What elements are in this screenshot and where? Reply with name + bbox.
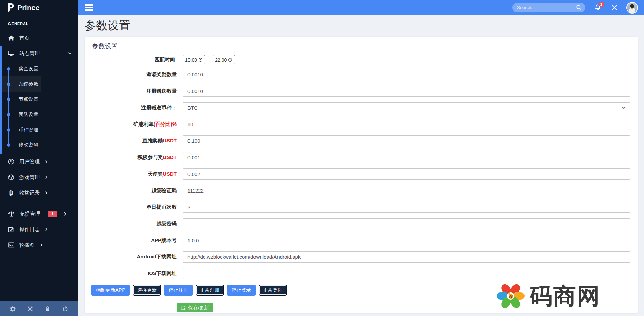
select-chevron-down-icon [622, 107, 626, 109]
sidebar-item-label: 操作日志 [19, 226, 40, 233]
match-time-start-input[interactable]: 10:00 [183, 55, 205, 64]
sidebar-item-game-management[interactable]: 游戏管理 [0, 170, 78, 185]
sidebar-item-operation-logs[interactable]: 操作日志 [0, 222, 78, 237]
power-icon[interactable] [62, 306, 68, 312]
register-coin-select[interactable]: BTC [183, 102, 630, 113]
active-participation-input[interactable] [183, 152, 630, 163]
save-floppy-icon [181, 305, 186, 310]
sidebar-item-label: 站点管理 [19, 50, 40, 57]
chevron-right-icon [45, 160, 48, 163]
direct-reward-input[interactable] [183, 135, 630, 146]
field-label: 矿池利率(百分比)% [91, 121, 183, 128]
save-update-button[interactable]: 保存/更新 [177, 303, 213, 312]
sidebar-item-user-management[interactable]: 用户管理 [0, 154, 78, 170]
scales-icon [8, 211, 15, 217]
notification-badge: 1 [599, 2, 604, 7]
sidebar-group-site-management: 站点管理 奖金设置 系统参数 节点设置 [0, 46, 78, 154]
register-bonus-input[interactable] [183, 86, 630, 97]
sidebar-item-home[interactable]: 首页 [0, 30, 78, 46]
ios-url-input[interactable] [183, 268, 630, 279]
menu-toggle-button[interactable] [85, 4, 93, 11]
form-row-super-captcha: 超级验证码 [91, 185, 631, 196]
sidebar-subitem-label: 奖金设置 [19, 66, 38, 72]
pool-rate-input[interactable] [183, 119, 630, 130]
brand-logo[interactable]: Prince [0, 0, 78, 15]
sidebar-subitem-change-password[interactable]: 修改密码 [2, 137, 78, 153]
field-label: 邀请奖励数量 [91, 71, 183, 78]
clock-icon [228, 58, 232, 62]
daily-withdraw-count-input[interactable] [183, 202, 630, 213]
android-url-input[interactable] [183, 251, 630, 263]
save-row: 保存/更新 [177, 303, 631, 312]
site-submenu: 奖金设置 系统参数 节点设置 团队设置 币种管理 [2, 61, 78, 154]
chevron-right-icon [45, 228, 48, 231]
stop-register-button[interactable]: 停止注册 [164, 285, 193, 296]
svg-text:B: B [9, 190, 13, 196]
sidebar-item-income-records[interactable]: B 收益记录 [0, 185, 78, 201]
bitcoin-icon: B [8, 190, 14, 196]
sidebar-item-site-management[interactable]: 站点管理 [2, 46, 78, 61]
topbar: 1 [78, 0, 644, 15]
field-label: 直推奖励USDT [91, 138, 183, 144]
bullet-dot-icon [7, 128, 10, 132]
chevron-right-icon [45, 176, 48, 179]
fullscreen-button[interactable] [611, 4, 618, 11]
bullet-dot-icon [7, 143, 10, 147]
sidebar-subitem-label: 修改密码 [19, 142, 38, 148]
search-input[interactable] [512, 3, 585, 12]
stop-login-button[interactable]: 停止登录 [227, 285, 256, 296]
field-label: APP版本号 [91, 237, 183, 244]
super-password-input[interactable] [183, 218, 630, 229]
form-row-match-time: 匹配时间: 10:00 ~ 22:00 [91, 55, 631, 64]
expand-arrows-icon [611, 4, 618, 11]
sidebar-subitem-label: 节点设置 [19, 96, 38, 103]
bullet-dot-icon [7, 98, 10, 101]
angel-reward-input[interactable] [183, 168, 630, 180]
notifications-button[interactable]: 1 [594, 4, 601, 11]
sidebar-subitem-coin-management[interactable]: 币种管理 [2, 122, 78, 137]
chevron-right-icon [40, 243, 43, 247]
bullet-dot-icon [7, 83, 10, 86]
sidebar-item-label: 收益记录 [19, 190, 40, 196]
sidebar-subitem-node-settings[interactable]: 节点设置 [2, 92, 78, 107]
edit-icon [8, 226, 14, 232]
bullet-dot-icon [7, 67, 10, 71]
settings-gear-icon[interactable] [10, 306, 16, 312]
normal-login-button[interactable]: 正常登陆 [259, 285, 287, 296]
sidebar-spacer [0, 201, 78, 206]
prince-logo-icon [7, 3, 14, 13]
invite-reward-input[interactable] [183, 69, 630, 80]
sidebar-subitem-label: 团队设置 [19, 111, 38, 118]
card-title: 参数设置 [92, 42, 631, 51]
field-label: Android下载网址 [91, 254, 183, 260]
search-icon[interactable] [576, 5, 582, 10]
sidebar-item-label: 轮播图 [19, 242, 35, 248]
search-box [512, 3, 585, 12]
choose-update-button[interactable]: 选择更新 [133, 285, 161, 296]
sidebar-item-deposit-withdraw[interactable]: 充提管理 1 [0, 206, 78, 222]
app-version-input[interactable] [183, 235, 630, 246]
sidebar-item-label: 充提管理 [20, 211, 40, 217]
clock-icon [198, 58, 203, 62]
sidebar-subitem-system-params[interactable]: 系统参数 [2, 76, 78, 92]
sidebar-item-carousel[interactable]: 轮播图 [0, 237, 78, 253]
match-time-end-input[interactable]: 22:00 [213, 55, 235, 64]
force-update-app-button[interactable]: 强制更新APP [91, 285, 130, 296]
super-captcha-input[interactable] [183, 185, 630, 196]
sidebar-subitem-bonus-settings[interactable]: 奖金设置 [2, 61, 78, 76]
notification-badge: 1 [48, 211, 57, 217]
lock-icon[interactable] [45, 306, 50, 312]
normal-register-button[interactable]: 正常注册 [196, 285, 224, 296]
field-label: 注册赠送数量 [91, 88, 183, 94]
sidebar-subitem-team-settings[interactable]: 团队设置 [2, 107, 78, 122]
monitor-icon [8, 51, 14, 56]
fullscreen-expand-icon[interactable] [27, 306, 33, 312]
form-row-angel-reward: 天使奖USDT [91, 168, 631, 180]
sidebar-footer [0, 301, 78, 316]
chevron-right-icon [64, 212, 66, 216]
user-avatar[interactable] [626, 2, 638, 14]
form-row-super-password: 超级密码 [91, 218, 631, 229]
form-row-android-url: Android下载网址 [91, 251, 631, 263]
form-row-register-coin: 注册赠送币种： BTC [91, 102, 631, 113]
form-row-app-version: APP版本号 [91, 235, 631, 246]
